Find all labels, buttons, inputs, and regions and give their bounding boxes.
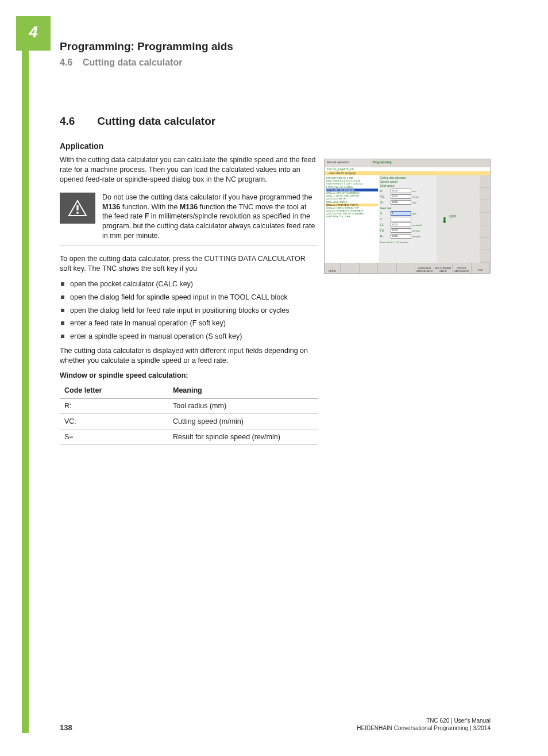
code-letter-table: Code letter Meaning R:Tool radius (mm)VC…: [60, 383, 318, 445]
field-label: Z:: [380, 218, 391, 221]
softkey[interactable]: [378, 263, 397, 274]
table-caption: Window or spindle speed calculation:: [60, 371, 318, 379]
calc-sec1: Shaft speed:: [380, 185, 435, 187]
calc-subtitle: Spindle speed?: [380, 181, 435, 183]
feed-note: Feed rate: F = 150 mm/min: [380, 241, 435, 244]
calc-field-row: R:0.000mm: [380, 189, 435, 193]
list-item: open the pocket calculator (CALC key): [60, 279, 318, 289]
field-value[interactable]: 0.000: [391, 189, 411, 193]
field-label: R:: [380, 190, 391, 193]
calc-field-row: F=0.000mm/min: [380, 234, 435, 239]
field-value[interactable]: 0.000: [391, 200, 411, 205]
table-cell: R:: [60, 398, 168, 413]
chapter-title: Programming: Programming aids: [60, 40, 514, 53]
field-unit: mm/min: [412, 235, 420, 238]
warn-pre: Do not use the cutting data calculator i…: [102, 193, 312, 201]
field-label: S:: [380, 212, 391, 215]
mode-manual: Manual operation: [325, 159, 371, 167]
th-code: Code letter: [60, 383, 168, 398]
prompt-line: →Feed rate for plunging?: [325, 171, 490, 175]
softkey[interactable]: [397, 263, 416, 274]
warning-box: Do not use the cutting data calculator i…: [60, 190, 318, 246]
program-line: 5 END PGM ZYK_2 MM: [326, 215, 378, 218]
section-name: Cutting data calculator: [97, 115, 215, 127]
softkey-context-list: open the pocket calculator (CALC key)ope…: [60, 279, 318, 341]
calc-field-row: S:0rpm: [380, 211, 435, 216]
open-instructions: To open the cutting data calculator, pre…: [60, 254, 318, 274]
field-value[interactable]: 0: [391, 211, 411, 216]
field-unit: rpm: [412, 212, 416, 215]
warn-b2: M136: [180, 203, 198, 211]
svg-rect-2: [76, 212, 78, 213]
list-item: open the dialog field for spindle speed …: [60, 293, 318, 302]
field-value[interactable]: 0.000: [391, 194, 411, 199]
section-ref-top: 4.6 Cutting data calculator: [60, 57, 514, 68]
arrow-label: Q206: [449, 214, 456, 218]
application-heading: Application: [60, 141, 318, 151]
warn-m1: function. With the: [120, 203, 180, 211]
table-row: R:Tool radius (mm): [60, 398, 318, 413]
softkey[interactable]: GET CURRENT VALUE: [434, 263, 453, 274]
table-row: S=Result for spindle speed (rev/min): [60, 429, 318, 444]
program-path: TNC:\nc_prog\ZYK_2.h: [325, 167, 490, 171]
calc-panel: Cutting data calculator Spindle speed? S…: [379, 175, 437, 263]
table-cell: S=: [60, 429, 168, 444]
list-item: enter a feed rate in manual operation (F…: [60, 318, 318, 328]
field-label: F=: [380, 235, 391, 238]
side-softkey-column: [480, 175, 490, 263]
field-unit: mm: [412, 190, 416, 193]
field-value[interactable]: 0.000: [391, 222, 411, 227]
softkey[interactable]: [341, 263, 360, 274]
mode-programming: Programming: [371, 159, 490, 167]
field-label: VC:: [380, 195, 391, 198]
calc-sec2: Feed rate:: [380, 207, 435, 210]
footer-line2: HEIDENHAIN Conversational Programming | …: [357, 724, 491, 732]
field-unit: mm/tooth: [412, 224, 422, 227]
field-unit: m/min: [412, 195, 419, 198]
program-listing: 0 BEGIN PGM ZYK_2 MM1 BLK FORM 0.1 Z X+0…: [325, 175, 379, 263]
list-item: enter a spindle speed in manual operatio…: [60, 332, 318, 341]
calc-field-row: VC:0.000m/min: [380, 194, 435, 199]
calc-field-row: FU:0.000mm/rev: [380, 228, 435, 233]
page-header: Programming: Programming aids 4.6 Cuttin…: [60, 40, 514, 68]
warning-icon: [60, 193, 95, 224]
field-label: S=: [380, 201, 391, 204]
table-cell: Tool radius (mm): [168, 398, 318, 413]
list-item: open the dialog field for feed rate inpu…: [60, 306, 318, 316]
section-ref-name: Cutting data calculator: [83, 57, 182, 67]
table-cell: VC:: [60, 413, 168, 429]
page-number: 138: [60, 723, 72, 732]
softkey[interactable]: [360, 263, 379, 274]
field-label: FZ:: [380, 224, 391, 227]
application-intro: With the cutting data calculator you can…: [60, 155, 318, 185]
table-cell: Result for spindle speed (rev/min): [168, 429, 318, 444]
footer-meta: TNC 620 | User's Manual HEIDENHAIN Conve…: [357, 717, 491, 732]
softkey[interactable]: VORSCHUB ÜBERNEHMEN: [415, 263, 434, 274]
svg-rect-1: [76, 205, 78, 210]
field-value[interactable]: 0.000: [391, 228, 411, 233]
calc-field-row: Z:: [380, 217, 435, 221]
chapter-tab: 4: [16, 16, 51, 51]
tnc-screenshot: Manual operation Programming TNC:\nc_pro…: [324, 159, 491, 274]
down-arrow-icon: ⬇: [441, 216, 448, 225]
footer-line1: TNC 620 | User's Manual: [357, 717, 491, 724]
softkey[interactable]: POCKET CALCULATOR: [453, 263, 472, 274]
section-number: 4.6: [60, 115, 94, 128]
table-cell: Cutting speed (m/min): [168, 413, 318, 429]
softkey-row: ↔BEGINVORSCHUB ÜBERNEHMENGET CURRENT VAL…: [325, 263, 490, 274]
section-title: 4.6 Cutting data calculator: [60, 115, 318, 128]
begin-softkey[interactable]: ↔BEGIN: [325, 263, 341, 274]
section-ref-num: 4.6: [60, 57, 72, 67]
field-value[interactable]: [391, 217, 411, 221]
softkey[interactable]: END: [472, 263, 491, 274]
warning-text: Do not use the cutting data calculator i…: [102, 193, 318, 241]
field-value[interactable]: 0.000: [391, 234, 411, 239]
page-footer: 138 TNC 620 | User's Manual HEIDENHAIN C…: [60, 717, 491, 732]
calc-field-row: S=0.000rpm: [380, 200, 435, 205]
calc-title: Cutting data calculator: [380, 176, 435, 179]
field-label: FU:: [380, 229, 391, 232]
display-note: The cutting data calculator is displayed…: [60, 346, 318, 366]
warn-b1: M136: [102, 203, 120, 211]
th-meaning: Meaning: [168, 383, 318, 398]
table-row: VC:Cutting speed (m/min): [60, 413, 318, 429]
